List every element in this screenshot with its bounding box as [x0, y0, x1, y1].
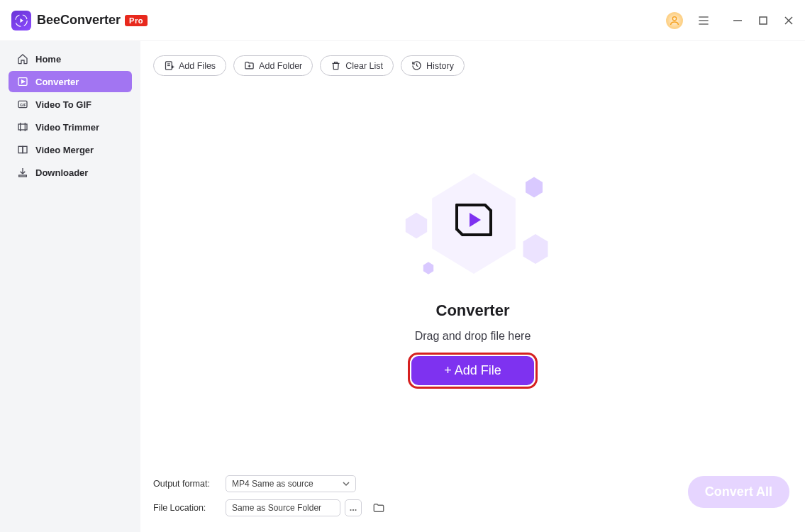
history-button[interactable]: History: [401, 55, 465, 76]
add-files-icon: [164, 60, 174, 71]
svg-marker-29: [526, 177, 543, 198]
window-maximize-button[interactable]: [757, 14, 770, 27]
hero-graphic: [392, 171, 555, 292]
add-files-label: Add Files: [179, 61, 216, 71]
merger-icon: [17, 144, 28, 155]
app-logo: [11, 11, 31, 31]
svg-marker-11: [22, 80, 25, 83]
bottom-bar: Output format: MP4 Same as source File L…: [140, 475, 805, 532]
close-icon: [784, 16, 794, 26]
sidebar-item-downloader[interactable]: Downloader: [9, 162, 132, 183]
sidebar-item-video-trimmer[interactable]: Video Trimmer: [9, 116, 132, 138]
svg-marker-34: [470, 213, 481, 227]
svg-rect-14: [18, 124, 27, 130]
stage-subtitle: Drag and drop file here: [415, 330, 531, 343]
title-bar: BeeConverter Pro: [0, 0, 805, 41]
user-account-button[interactable]: [666, 12, 683, 29]
file-location-value: Same as Source Folder: [226, 499, 340, 516]
svg-point-2: [672, 16, 676, 20]
sidebar-item-label: Video To GIF: [35, 99, 91, 110]
sidebar-item-converter[interactable]: Converter: [9, 71, 132, 92]
toolbar: Add Files Add Folder Clear List History: [140, 41, 805, 84]
app-title: BeeConverter: [37, 13, 121, 28]
history-label: History: [426, 61, 454, 71]
add-file-button[interactable]: + Add File: [411, 356, 534, 385]
sidebar-item-label: Home: [35, 54, 61, 65]
add-files-button[interactable]: Add Files: [153, 55, 226, 76]
play-logo-icon: [15, 14, 28, 27]
sidebar-item-label: Downloader: [35, 167, 88, 178]
sidebar-item-home[interactable]: Home: [9, 48, 132, 70]
output-format-value: MP4 Same as source: [232, 479, 313, 489]
converter-hero-icon: [451, 195, 496, 245]
menu-button[interactable]: [696, 13, 711, 28]
sidebar: Home Converter GIF Video To GIF Video Tr…: [0, 41, 140, 532]
add-folder-label: Add Folder: [259, 61, 302, 71]
history-icon: [411, 60, 422, 71]
converter-icon: [17, 76, 28, 87]
clear-list-label: Clear List: [345, 61, 383, 71]
minimize-icon: [733, 16, 743, 26]
sidebar-item-label: Video Merger: [35, 145, 94, 155]
add-folder-button[interactable]: Add Folder: [233, 55, 313, 76]
output-format-label: Output format:: [153, 479, 216, 489]
chevron-down-icon: [343, 480, 350, 487]
trash-icon: [331, 60, 341, 71]
convert-all-button[interactable]: Convert All: [688, 476, 789, 508]
output-format-select[interactable]: MP4 Same as source: [226, 475, 356, 492]
svg-marker-28: [405, 213, 426, 239]
home-icon: [17, 53, 28, 65]
open-folder-button[interactable]: [372, 501, 386, 515]
maximize-icon: [759, 16, 767, 25]
svg-marker-30: [523, 234, 548, 264]
stage-title: Converter: [436, 301, 510, 320]
svg-rect-7: [760, 17, 767, 24]
sidebar-item-video-merger[interactable]: Video Merger: [9, 139, 132, 160]
add-file-highlight: + Add File: [408, 353, 538, 389]
svg-marker-1: [21, 18, 24, 23]
hamburger-icon: [696, 13, 711, 28]
file-location-label: File Location:: [153, 503, 216, 513]
drop-zone-stage: Converter Drag and drop file here + Add …: [140, 84, 805, 475]
clear-list-button[interactable]: Clear List: [320, 55, 394, 76]
svg-text:GIF: GIF: [20, 103, 27, 107]
browse-location-button[interactable]: ...: [345, 499, 362, 516]
trimmer-icon: [17, 121, 28, 133]
svg-rect-18: [23, 146, 27, 153]
svg-rect-17: [18, 146, 23, 153]
svg-rect-19: [19, 175, 27, 177]
add-folder-icon: [244, 60, 255, 71]
sidebar-item-label: Converter: [35, 77, 79, 87]
window-minimize-button[interactable]: [731, 14, 744, 27]
window-close-button[interactable]: [782, 14, 795, 27]
gif-icon: GIF: [17, 99, 28, 110]
sidebar-item-label: Video Trimmer: [35, 122, 99, 133]
folder-icon: [372, 501, 385, 514]
pro-badge: Pro: [125, 15, 148, 26]
sidebar-item-video-to-gif[interactable]: GIF Video To GIF: [9, 94, 132, 115]
user-icon: [669, 15, 680, 26]
download-icon: [17, 167, 28, 178]
svg-marker-31: [423, 262, 433, 274]
